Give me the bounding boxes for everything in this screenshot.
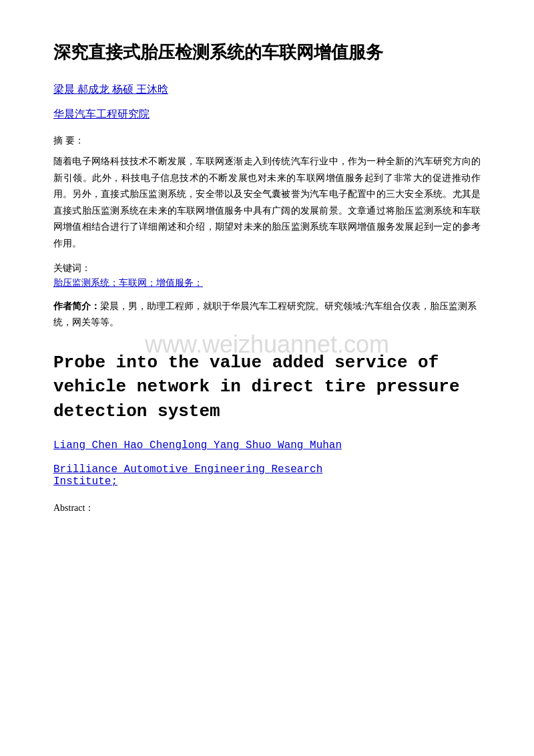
- abstract-body-chinese: 随着电子网络科技技术不断发展，车联网逐渐走入到传统汽车行业中，作为一种全新的汽车…: [53, 154, 481, 252]
- author-intro-body: 梁晨，男，助理工程师，就职于华晨汽车工程研究院。研究领域:汽车组合仪表，胎压监测…: [53, 301, 477, 327]
- chinese-title: 深究直接式胎压检测系统的车联网增值服务: [53, 40, 481, 64]
- chinese-section: 深究直接式胎压检测系统的车联网增值服务 梁晨 郝成龙 杨硕 王沐晗 华晨汽车工程…: [53, 40, 481, 331]
- keywords-row: 关键词：: [53, 262, 481, 277]
- institution-line1: Brilliance Automotive Engineering Resear…: [53, 463, 322, 476]
- keywords-label-chinese: 关键词：: [53, 262, 91, 274]
- author-intro: 作者简介：梁晨，男，助理工程师，就职于华晨汽车工程研究院。研究领域:汽车组合仪表…: [53, 299, 481, 331]
- english-section: www.weizhuannet.com Probe into the value…: [53, 351, 481, 514]
- english-authors[interactable]: Liang Chen Hao Chenglong Yang Shuo Wang …: [53, 439, 481, 451]
- institution-line2: Institute;: [53, 476, 117, 488]
- abstract-label-chinese: 摘 要：: [53, 135, 481, 147]
- keywords-links-chinese[interactable]: 胎压监测系统；车联网；增值服务；: [53, 277, 481, 289]
- chinese-institution[interactable]: 华晨汽车工程研究院: [53, 108, 481, 122]
- english-institution[interactable]: Brilliance Automotive Engineering Resear…: [53, 463, 481, 488]
- chinese-authors[interactable]: 梁晨 郝成龙 杨硕 王沐晗: [53, 83, 481, 97]
- abstract-label-english: Abstract：: [53, 502, 481, 514]
- author-intro-label: 作者简介：: [53, 301, 100, 311]
- english-title: Probe into the value added service of ve…: [53, 351, 481, 423]
